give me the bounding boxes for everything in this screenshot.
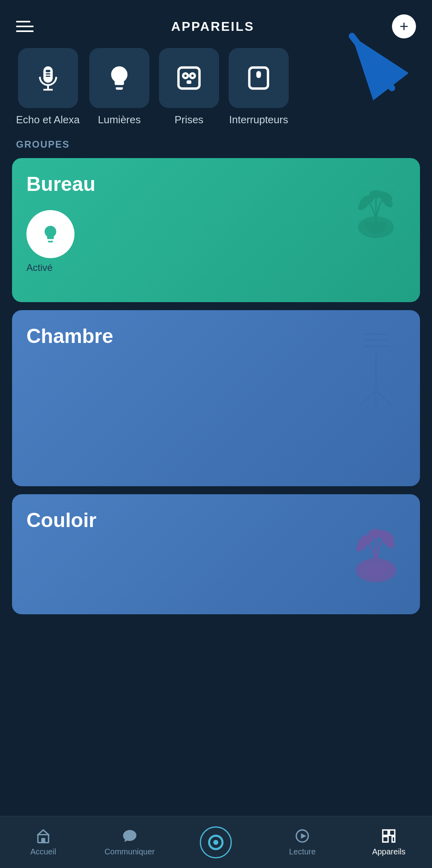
svg-point-36 — [213, 840, 219, 845]
lumieres-icon-box — [89, 48, 149, 108]
groups-section-label: GROUPES — [0, 139, 432, 158]
categories-scroll: Echo et Alexa Lumières Pri — [0, 48, 432, 139]
switch-icon — [245, 64, 273, 92]
groups-list: Bureau Activé — [0, 158, 432, 662]
svg-point-10 — [190, 73, 195, 78]
svg-rect-5 — [46, 76, 50, 77]
add-button[interactable] — [392, 14, 416, 38]
home-icon — [35, 828, 51, 844]
lecture-label: Lecture — [289, 847, 316, 856]
svg-rect-11 — [187, 80, 191, 84]
bureau-device-status: Activé — [26, 262, 52, 273]
nav-item-lecture[interactable]: Lecture — [259, 828, 346, 856]
play-icon — [294, 828, 310, 844]
category-echo[interactable]: Echo et Alexa — [16, 48, 80, 126]
bureau-bulb-icon — [40, 224, 60, 244]
prises-label: Prises — [175, 114, 203, 126]
category-prises[interactable]: Prises — [159, 48, 219, 126]
svg-rect-3 — [46, 70, 50, 72]
group-card-couloir[interactable]: Couloir — [12, 494, 420, 614]
chat-icon — [122, 828, 138, 844]
nav-item-accueil[interactable]: Accueil — [0, 828, 86, 856]
devices-icon — [381, 828, 397, 844]
communiquer-label: Communiquer — [104, 847, 155, 856]
page-title: APPAREILS — [171, 19, 255, 34]
bureau-device-circle[interactable] — [26, 210, 74, 258]
interrupteurs-icon-box — [229, 48, 289, 108]
chambre-group-name: Chambre — [26, 325, 406, 348]
accueil-label: Accueil — [30, 847, 56, 856]
lumieres-label: Lumières — [98, 114, 141, 126]
svg-rect-4 — [46, 73, 50, 74]
svg-point-9 — [183, 73, 188, 78]
echo-icon — [34, 64, 62, 92]
prises-icon-box — [159, 48, 219, 108]
svg-line-24 — [360, 390, 376, 406]
category-interrupteurs[interactable]: Interrupteurs — [229, 48, 289, 126]
group-card-bureau[interactable]: Bureau Activé — [12, 158, 420, 302]
echo-icon-box — [18, 48, 78, 108]
svg-line-25 — [376, 390, 392, 406]
category-lumieres[interactable]: Lumières — [89, 48, 149, 126]
bottom-nav: Accueil Communiquer Lecture — [0, 816, 432, 868]
nav-item-appareils[interactable]: Appareils — [346, 828, 432, 856]
outlet-icon — [175, 64, 203, 92]
svg-rect-8 — [179, 68, 200, 89]
echo-label: Echo et Alexa — [16, 114, 80, 126]
appareils-label: Appareils — [372, 847, 405, 856]
svg-marker-38 — [301, 833, 306, 838]
svg-rect-13 — [256, 71, 261, 78]
group-card-chambre[interactable]: Chambre — [12, 310, 420, 486]
alexa-button[interactable] — [200, 826, 232, 858]
alexa-icon — [206, 832, 226, 852]
hamburger-button[interactable] — [16, 21, 34, 32]
bulb-icon — [105, 64, 133, 92]
svg-rect-34 — [41, 838, 45, 843]
nav-item-alexa[interactable] — [173, 826, 259, 858]
interrupteurs-label: Interrupteurs — [229, 114, 288, 126]
couloir-group-name: Couloir — [26, 509, 406, 532]
bureau-group-name: Bureau — [26, 172, 406, 196]
nav-item-communiquer[interactable]: Communiquer — [86, 828, 173, 856]
app-header: APPAREILS — [0, 0, 432, 48]
